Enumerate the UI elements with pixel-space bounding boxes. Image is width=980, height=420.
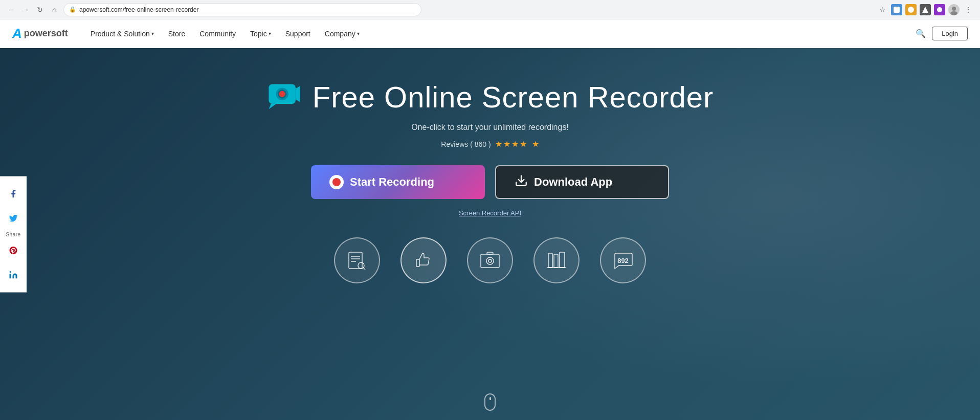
facebook-button[interactable] [0, 181, 27, 206]
svg-rect-0 [894, 7, 900, 13]
svg-rect-20 [416, 259, 419, 267]
extension-icon-4[interactable] [934, 4, 945, 15]
nav-company[interactable]: Company ▾ [318, 30, 367, 38]
svg-rect-21 [481, 254, 499, 268]
start-recording-label: Start Recording [350, 175, 434, 189]
logo[interactable]: A powersoft [12, 26, 68, 41]
svg-rect-27 [560, 252, 565, 268]
svg-marker-12 [269, 104, 276, 109]
forward-button[interactable]: → [20, 5, 31, 15]
svg-line-19 [363, 268, 365, 270]
reload-button[interactable]: ↻ [35, 5, 45, 15]
svg-point-6 [10, 271, 11, 273]
logo-a: A [12, 26, 22, 41]
home-button[interactable]: ⌂ [49, 5, 59, 15]
social-sidebar: Share [0, 176, 27, 292]
url-text: apowersoft.com/free-online-screen-record… [79, 6, 198, 13]
svg-point-4 [952, 7, 956, 11]
feature-icons-row: 892 [334, 237, 646, 283]
svg-marker-2 [922, 7, 928, 13]
svg-rect-14 [349, 252, 362, 269]
svg-point-10 [279, 91, 285, 97]
svg-rect-23 [487, 252, 493, 254]
hero-title-row: Free Online Screen Recorder [266, 79, 714, 115]
scroll-wheel [489, 397, 491, 400]
hero-reviews: Reviews ( 860 ) ★★★★★ [441, 139, 539, 149]
chevron-down-icon: ▾ [357, 31, 360, 36]
hero-subtitle: One-click to start your unlimited record… [411, 123, 569, 132]
user-avatar[interactable] [948, 4, 960, 15]
chevron-down-icon: ▾ [269, 31, 271, 36]
site-nav: A powersoft Product & Solution ▾ Store C… [0, 19, 980, 48]
address-bar[interactable]: 🔒 apowersoft.com/free-online-screen-reco… [63, 3, 421, 16]
nav-right: 🔍 Login [916, 27, 968, 40]
nav-community[interactable]: Community [192, 30, 243, 38]
svg-rect-26 [554, 254, 558, 268]
review-count: 892 [617, 257, 629, 264]
nav-links: Product & Solution ▾ Store Community Top… [83, 30, 916, 38]
nav-store[interactable]: Store [161, 30, 192, 38]
extension-icon-1[interactable] [891, 4, 902, 15]
twitter-button[interactable] [0, 206, 27, 230]
svg-rect-25 [548, 253, 552, 268]
svg-point-22 [486, 257, 494, 264]
recorder-app-icon [266, 79, 302, 115]
feature-icon-search[interactable] [334, 237, 380, 283]
star-half-icon: ★ [532, 139, 539, 149]
hero-section: Share Free Online Sc [0, 48, 980, 420]
download-icon [515, 174, 528, 190]
login-button[interactable]: Login [932, 27, 968, 40]
feature-icon-reviews-count[interactable]: 892 [600, 237, 646, 283]
lock-icon: 🔒 [69, 6, 76, 13]
star-icons: ★★★★ [495, 139, 528, 149]
download-app-button[interactable]: Download App [495, 165, 669, 199]
svg-point-1 [908, 7, 914, 13]
reviews-label: Reviews ( 860 ) [441, 140, 491, 148]
svg-point-5 [950, 11, 957, 15]
hero-content: Free Online Screen Recorder One-click to… [0, 48, 980, 283]
bookmark-button[interactable]: ☆ [877, 4, 888, 15]
back-button[interactable]: ← [6, 5, 16, 15]
nav-topic[interactable]: Topic ▾ [243, 30, 278, 38]
api-link[interactable]: Screen Recorder API [459, 209, 521, 217]
extension-icon-3[interactable] [920, 4, 931, 15]
linkedin-button[interactable] [0, 262, 27, 287]
cta-buttons: Start Recording Download App [311, 165, 669, 199]
share-label: Share [6, 231, 20, 237]
chevron-down-icon: ▾ [151, 31, 154, 36]
nav-product[interactable]: Product & Solution ▾ [83, 30, 161, 38]
search-button[interactable]: 🔍 [916, 29, 926, 38]
record-dot-icon [329, 175, 344, 189]
browser-chrome: ← → ↻ ⌂ 🔒 apowersoft.com/free-online-scr… [0, 0, 980, 19]
menu-button[interactable]: ⋮ [963, 4, 974, 15]
svg-rect-3 [937, 7, 942, 12]
nav-support[interactable]: Support [278, 30, 318, 38]
svg-marker-11 [296, 86, 300, 102]
feature-icon-screenshot[interactable] [467, 237, 513, 283]
browser-actions: ☆ ⋮ [877, 4, 974, 15]
svg-point-24 [488, 259, 492, 262]
start-recording-button[interactable]: Start Recording [311, 165, 485, 199]
scroll-mouse-icon [484, 393, 496, 411]
download-app-label: Download App [534, 175, 612, 189]
hero-title: Free Online Screen Recorder [313, 80, 714, 114]
logo-text: powersoft [24, 28, 68, 39]
pinterest-button[interactable] [0, 238, 27, 262]
feature-icon-library[interactable] [533, 237, 580, 283]
feature-icon-thumbsup[interactable] [400, 237, 447, 283]
scroll-indicator [484, 393, 496, 411]
extension-icon-2[interactable] [905, 4, 917, 15]
